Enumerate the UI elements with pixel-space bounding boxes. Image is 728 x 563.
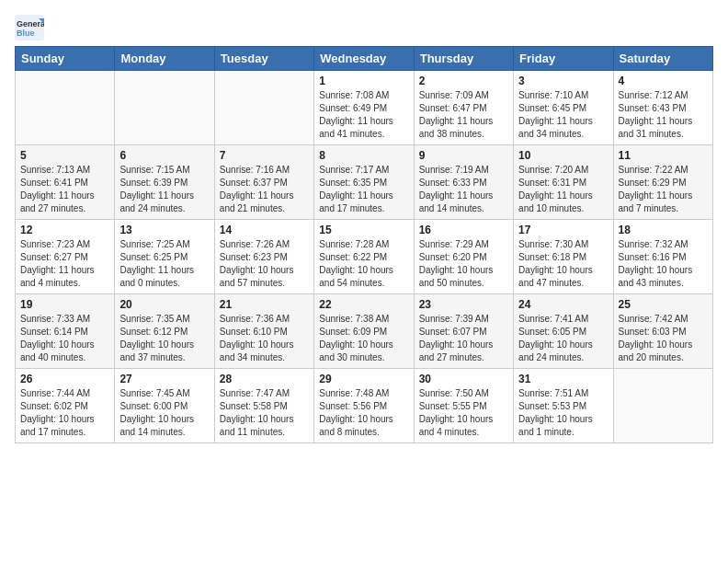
day-info: Sunrise: 7:32 AM Sunset: 6:16 PM Dayligh…: [619, 238, 708, 290]
day-number: 21: [220, 298, 309, 311]
calendar-cell: 28Sunrise: 7:47 AM Sunset: 5:58 PM Dayli…: [214, 369, 313, 443]
calendar-day-header: Wednesday: [314, 47, 414, 71]
day-number: 20: [119, 298, 209, 311]
calendar-cell: 21Sunrise: 7:36 AM Sunset: 6:10 PM Dayli…: [214, 294, 313, 369]
day-info: Sunrise: 7:12 AM Sunset: 6:43 PM Dayligh…: [619, 89, 708, 141]
logo-icon: General Blue: [15, 15, 44, 40]
calendar-cell: 3Sunrise: 7:10 AM Sunset: 6:45 PM Daylig…: [514, 71, 613, 145]
calendar-table: SundayMondayTuesdayWednesdayThursdayFrid…: [15, 46, 713, 443]
calendar-cell: 24Sunrise: 7:41 AM Sunset: 6:05 PM Dayli…: [514, 294, 613, 369]
day-info: Sunrise: 7:51 AM Sunset: 5:53 PM Dayligh…: [518, 387, 608, 439]
day-info: Sunrise: 7:17 AM Sunset: 6:35 PM Dayligh…: [319, 164, 408, 215]
day-number: 5: [20, 149, 109, 162]
calendar-week-row: 5Sunrise: 7:13 AM Sunset: 6:41 PM Daylig…: [16, 145, 713, 220]
day-number: 10: [518, 149, 608, 162]
day-number: 6: [119, 149, 209, 162]
calendar-cell: 25Sunrise: 7:42 AM Sunset: 6:03 PM Dayli…: [613, 294, 712, 369]
day-number: 3: [518, 75, 608, 87]
day-info: Sunrise: 7:36 AM Sunset: 6:10 PM Dayligh…: [220, 313, 309, 364]
day-number: 18: [619, 224, 708, 236]
day-number: 29: [319, 373, 408, 385]
day-info: Sunrise: 7:16 AM Sunset: 6:37 PM Dayligh…: [220, 164, 309, 215]
calendar-week-row: 26Sunrise: 7:44 AM Sunset: 6:02 PM Dayli…: [16, 369, 713, 443]
calendar-day-header: Saturday: [613, 47, 712, 71]
calendar-cell: 27Sunrise: 7:45 AM Sunset: 6:00 PM Dayli…: [115, 369, 214, 443]
logo: General Blue: [15, 15, 44, 40]
calendar-cell: 23Sunrise: 7:39 AM Sunset: 6:07 PM Dayli…: [414, 294, 513, 369]
day-info: Sunrise: 7:13 AM Sunset: 6:41 PM Dayligh…: [20, 164, 109, 215]
calendar-cell: 5Sunrise: 7:13 AM Sunset: 6:41 PM Daylig…: [16, 145, 115, 220]
day-info: Sunrise: 7:38 AM Sunset: 6:09 PM Dayligh…: [319, 313, 408, 364]
calendar-header-row: SundayMondayTuesdayWednesdayThursdayFrid…: [16, 47, 713, 71]
day-info: Sunrise: 7:33 AM Sunset: 6:14 PM Dayligh…: [20, 313, 109, 364]
calendar-cell: 1Sunrise: 7:08 AM Sunset: 6:49 PM Daylig…: [314, 71, 414, 145]
day-number: 2: [419, 75, 508, 87]
day-number: 25: [619, 298, 708, 311]
calendar-cell: 13Sunrise: 7:25 AM Sunset: 6:25 PM Dayli…: [115, 220, 214, 294]
calendar-day-header: Monday: [115, 47, 214, 71]
day-info: Sunrise: 7:39 AM Sunset: 6:07 PM Dayligh…: [419, 313, 508, 364]
day-info: Sunrise: 7:42 AM Sunset: 6:03 PM Dayligh…: [619, 313, 708, 364]
day-info: Sunrise: 7:20 AM Sunset: 6:31 PM Dayligh…: [518, 164, 608, 215]
day-number: 30: [419, 373, 508, 385]
calendar-cell: 12Sunrise: 7:23 AM Sunset: 6:27 PM Dayli…: [16, 220, 115, 294]
day-info: Sunrise: 7:10 AM Sunset: 6:45 PM Dayligh…: [518, 89, 608, 141]
day-info: Sunrise: 7:09 AM Sunset: 6:47 PM Dayligh…: [419, 89, 508, 141]
day-number: 19: [20, 298, 109, 311]
day-number: 14: [220, 224, 309, 236]
day-number: 15: [319, 224, 408, 236]
day-info: Sunrise: 7:35 AM Sunset: 6:12 PM Dayligh…: [119, 313, 209, 364]
calendar-cell: 14Sunrise: 7:26 AM Sunset: 6:23 PM Dayli…: [214, 220, 313, 294]
calendar-week-row: 19Sunrise: 7:33 AM Sunset: 6:14 PM Dayli…: [16, 294, 713, 369]
calendar-day-header: Sunday: [16, 47, 115, 71]
calendar-cell: 19Sunrise: 7:33 AM Sunset: 6:14 PM Dayli…: [16, 294, 115, 369]
calendar-body: 1Sunrise: 7:08 AM Sunset: 6:49 PM Daylig…: [16, 71, 713, 443]
calendar-cell: 17Sunrise: 7:30 AM Sunset: 6:18 PM Dayli…: [514, 220, 613, 294]
day-number: 13: [119, 224, 209, 236]
calendar-cell: 22Sunrise: 7:38 AM Sunset: 6:09 PM Dayli…: [314, 294, 414, 369]
calendar-cell: 4Sunrise: 7:12 AM Sunset: 6:43 PM Daylig…: [613, 71, 712, 145]
day-number: 16: [419, 224, 508, 236]
day-info: Sunrise: 7:23 AM Sunset: 6:27 PM Dayligh…: [20, 238, 109, 290]
calendar-cell: 26Sunrise: 7:44 AM Sunset: 6:02 PM Dayli…: [16, 369, 115, 443]
day-number: 27: [119, 373, 209, 385]
calendar-cell: 16Sunrise: 7:29 AM Sunset: 6:20 PM Dayli…: [414, 220, 513, 294]
day-info: Sunrise: 7:15 AM Sunset: 6:39 PM Dayligh…: [119, 164, 209, 215]
calendar-cell: 8Sunrise: 7:17 AM Sunset: 6:35 PM Daylig…: [314, 145, 414, 220]
calendar-day-header: Tuesday: [214, 47, 313, 71]
calendar-day-header: Friday: [514, 47, 613, 71]
page-header: General Blue: [15, 15, 713, 40]
day-number: 17: [518, 224, 608, 236]
calendar-cell: 18Sunrise: 7:32 AM Sunset: 6:16 PM Dayli…: [613, 220, 712, 294]
day-info: Sunrise: 7:48 AM Sunset: 5:56 PM Dayligh…: [319, 387, 408, 439]
calendar-day-header: Thursday: [414, 47, 513, 71]
day-info: Sunrise: 7:29 AM Sunset: 6:20 PM Dayligh…: [419, 238, 508, 290]
day-number: 24: [518, 298, 608, 311]
calendar-cell: 10Sunrise: 7:20 AM Sunset: 6:31 PM Dayli…: [514, 145, 613, 220]
day-info: Sunrise: 7:44 AM Sunset: 6:02 PM Dayligh…: [20, 387, 109, 439]
day-number: 23: [419, 298, 508, 311]
day-info: Sunrise: 7:28 AM Sunset: 6:22 PM Dayligh…: [319, 238, 408, 290]
calendar-cell: 31Sunrise: 7:51 AM Sunset: 5:53 PM Dayli…: [514, 369, 613, 443]
day-number: 12: [20, 224, 109, 236]
calendar-cell: 20Sunrise: 7:35 AM Sunset: 6:12 PM Dayli…: [115, 294, 214, 369]
calendar-week-row: 12Sunrise: 7:23 AM Sunset: 6:27 PM Dayli…: [16, 220, 713, 294]
calendar-cell: 7Sunrise: 7:16 AM Sunset: 6:37 PM Daylig…: [214, 145, 313, 220]
calendar-cell: 29Sunrise: 7:48 AM Sunset: 5:56 PM Dayli…: [314, 369, 414, 443]
day-info: Sunrise: 7:19 AM Sunset: 6:33 PM Dayligh…: [419, 164, 508, 215]
day-number: 7: [220, 149, 309, 162]
day-info: Sunrise: 7:41 AM Sunset: 6:05 PM Dayligh…: [518, 313, 608, 364]
calendar-cell: 2Sunrise: 7:09 AM Sunset: 6:47 PM Daylig…: [414, 71, 513, 145]
day-number: 4: [619, 75, 708, 87]
day-number: 28: [220, 373, 309, 385]
day-number: 26: [20, 373, 109, 385]
day-info: Sunrise: 7:45 AM Sunset: 6:00 PM Dayligh…: [119, 387, 209, 439]
day-number: 31: [518, 373, 608, 385]
day-number: 11: [619, 149, 708, 162]
calendar-cell: [115, 71, 214, 145]
calendar-cell: 9Sunrise: 7:19 AM Sunset: 6:33 PM Daylig…: [414, 145, 513, 220]
calendar-cell: [613, 369, 712, 443]
day-info: Sunrise: 7:25 AM Sunset: 6:25 PM Dayligh…: [119, 238, 209, 290]
calendar-cell: 30Sunrise: 7:50 AM Sunset: 5:55 PM Dayli…: [414, 369, 513, 443]
calendar-week-row: 1Sunrise: 7:08 AM Sunset: 6:49 PM Daylig…: [16, 71, 713, 145]
